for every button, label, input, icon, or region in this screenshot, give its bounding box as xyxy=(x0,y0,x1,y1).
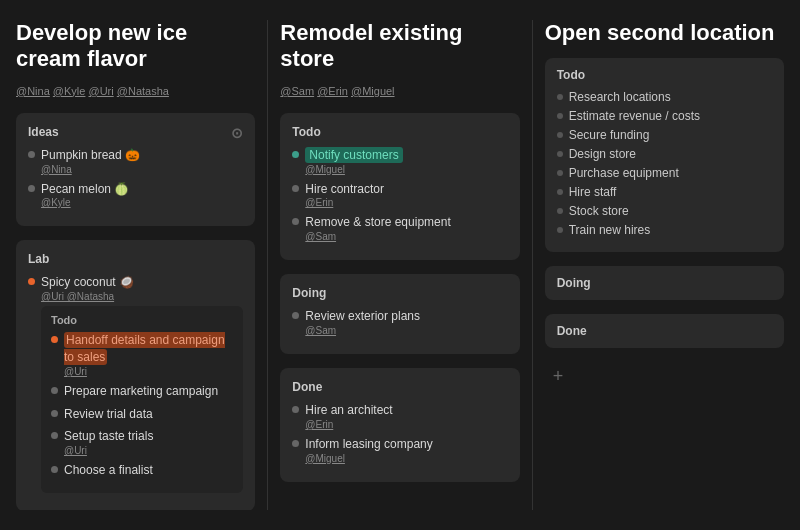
second-train-text: Train new hires xyxy=(569,223,651,237)
sub-item-handoff-content: Handoff details and campaign to sales @U… xyxy=(64,332,233,377)
second-doing-card: Doing xyxy=(545,266,784,300)
sub-item-finalist-content: Choose a finalist xyxy=(64,462,233,479)
remodel-architect-content: Hire an architect @Erin xyxy=(305,402,507,430)
ideas-item-1-text: Pumpkin bread 🎃 xyxy=(41,147,243,164)
remodel-notify-text: Notify customers xyxy=(305,147,507,164)
sub-item-marketing-content: Prepare marketing campaign xyxy=(64,383,233,400)
remodel-contractor-text: Hire contractor xyxy=(305,181,507,198)
remodel-equipment: Remove & store equipment @Sam xyxy=(292,214,507,242)
second-design-text: Design store xyxy=(569,147,636,161)
sub-item-handoff: Handoff details and campaign to sales @U… xyxy=(51,332,233,377)
member-uri[interactable]: @Uri xyxy=(89,85,114,97)
bullet-icon xyxy=(292,312,299,319)
second-done-card: Done xyxy=(545,314,784,348)
column-develop: Develop new ice cream flavor @Nina @Kyle… xyxy=(16,20,267,510)
sub-item-taste-text: Setup taste trials xyxy=(64,428,233,445)
member-nina[interactable]: @Nina xyxy=(16,85,50,97)
sub-item-review-text: Review trial data xyxy=(64,406,233,423)
bullet-icon xyxy=(28,185,35,192)
remodel-leasing-text: Inform leasing company xyxy=(305,436,507,453)
ideas-card: Ideas ⊙ Pumpkin bread 🎃 @Nina Pecan melo… xyxy=(16,113,255,227)
second-todo-header: Todo xyxy=(557,68,772,82)
second-doing-header: Doing xyxy=(557,276,772,290)
column-remodel-title: Remodel existing store xyxy=(280,20,519,73)
remodel-review-text: Review exterior plans xyxy=(305,308,507,325)
ideas-item-2-content: Pecan melon 🍈 @Kyle xyxy=(41,181,243,209)
remodel-review: Review exterior plans @Sam xyxy=(292,308,507,336)
column-develop-title: Develop new ice cream flavor xyxy=(16,20,255,73)
bullet-icon xyxy=(28,151,35,158)
remodel-doing-header: Doing xyxy=(292,286,507,300)
remodel-contractor: Hire contractor @Erin xyxy=(292,181,507,209)
bullet-icon xyxy=(51,336,58,343)
sub-item-finalist: Choose a finalist xyxy=(51,462,233,479)
ideas-item-1: Pumpkin bread 🎃 @Nina xyxy=(28,147,243,175)
bullet-icon xyxy=(51,466,58,473)
remodel-contractor-content: Hire contractor @Erin xyxy=(305,181,507,209)
remodel-architect-text: Hire an architect xyxy=(305,402,507,419)
second-done-header: Done xyxy=(557,324,772,338)
remodel-doing-card: Doing Review exterior plans @Sam xyxy=(280,274,519,354)
sub-item-review: Review trial data xyxy=(51,406,233,423)
remodel-leasing-assignee[interactable]: @Miguel xyxy=(305,453,507,464)
second-train: Train new hires xyxy=(557,223,772,237)
remodel-architect-assignee[interactable]: @Erin xyxy=(305,419,507,430)
second-funding-text: Secure funding xyxy=(569,128,650,142)
column-remodel-members: @Sam @Erin @Miguel xyxy=(280,85,519,97)
sub-item-taste: Setup taste trials @Uri xyxy=(51,428,233,456)
second-staff: Hire staff xyxy=(557,185,772,199)
sub-item-handoff-assignee[interactable]: @Uri xyxy=(64,366,233,377)
bullet-icon xyxy=(557,151,563,157)
member-miguel[interactable]: @Miguel xyxy=(351,85,395,97)
lab-item-1-assignee[interactable]: @Uri @Natasha xyxy=(41,291,243,302)
remodel-notify-assignee[interactable]: @Miguel xyxy=(305,164,507,175)
second-equipment-text: Purchase equipment xyxy=(569,166,679,180)
second-estimate-text: Estimate revenue / costs xyxy=(569,109,700,123)
ideas-item-1-assignee[interactable]: @Nina xyxy=(41,164,243,175)
member-natasha[interactable]: @Natasha xyxy=(117,85,169,97)
bullet-icon xyxy=(292,151,299,158)
bullet-icon xyxy=(292,185,299,192)
bullet-icon xyxy=(51,410,58,417)
sub-item-review-content: Review trial data xyxy=(64,406,233,423)
second-equipment: Purchase equipment xyxy=(557,166,772,180)
remodel-todo-header: Todo xyxy=(292,125,507,139)
sub-item-taste-assignee[interactable]: @Uri xyxy=(64,445,233,456)
ideas-item-2-text: Pecan melon 🍈 xyxy=(41,181,243,198)
bullet-icon xyxy=(292,440,299,447)
member-erin[interactable]: @Erin xyxy=(317,85,348,97)
add-group-button[interactable]: + xyxy=(545,362,784,391)
member-sam[interactable]: @Sam xyxy=(280,85,314,97)
bullet-icon xyxy=(51,432,58,439)
notify-highlight: Notify customers xyxy=(305,147,402,163)
handoff-highlight: Handoff details and campaign to sales xyxy=(64,332,225,365)
remodel-equipment-assignee[interactable]: @Sam xyxy=(305,231,507,242)
lab-item-1: Spicy coconut 🥥 @Uri @Natasha Todo Hando… xyxy=(28,274,243,493)
column-second-location-title: Open second location xyxy=(545,20,784,46)
sub-item-marketing-text: Prepare marketing campaign xyxy=(64,383,233,400)
remodel-done-card: Done Hire an architect @Erin Inform leas… xyxy=(280,368,519,482)
lab-header: Lab xyxy=(28,252,243,266)
bullet-icon xyxy=(557,132,563,138)
second-todo-card: Todo Research locations Estimate revenue… xyxy=(545,58,784,252)
bullet-icon xyxy=(557,94,563,100)
lab-item-1-content: Spicy coconut 🥥 @Uri @Natasha Todo Hando… xyxy=(41,274,243,493)
sub-item-marketing: Prepare marketing campaign xyxy=(51,383,233,400)
sub-item-finalist-text: Choose a finalist xyxy=(64,462,233,479)
ideas-more-icon[interactable]: ⊙ xyxy=(231,125,243,141)
remodel-notify-content: Notify customers @Miguel xyxy=(305,147,507,175)
lab-item-1-text: Spicy coconut 🥥 xyxy=(41,274,243,291)
ideas-header: Ideas ⊙ xyxy=(28,125,243,139)
column-second-location: Open second location Todo Research locat… xyxy=(533,20,784,510)
remodel-review-assignee[interactable]: @Sam xyxy=(305,325,507,336)
remodel-contractor-assignee[interactable]: @Erin xyxy=(305,197,507,208)
ideas-item-2-assignee[interactable]: @Kyle xyxy=(41,197,243,208)
bullet-icon xyxy=(557,113,563,119)
remodel-done-header: Done xyxy=(292,380,507,394)
remodel-leasing: Inform leasing company @Miguel xyxy=(292,436,507,464)
column-remodel: Remodel existing store @Sam @Erin @Migue… xyxy=(268,20,531,510)
second-design: Design store xyxy=(557,147,772,161)
member-kyle[interactable]: @Kyle xyxy=(53,85,86,97)
column-develop-members: @Nina @Kyle @Uri @Natasha xyxy=(16,85,255,97)
remodel-todo-card: Todo Notify customers @Miguel Hire contr… xyxy=(280,113,519,260)
